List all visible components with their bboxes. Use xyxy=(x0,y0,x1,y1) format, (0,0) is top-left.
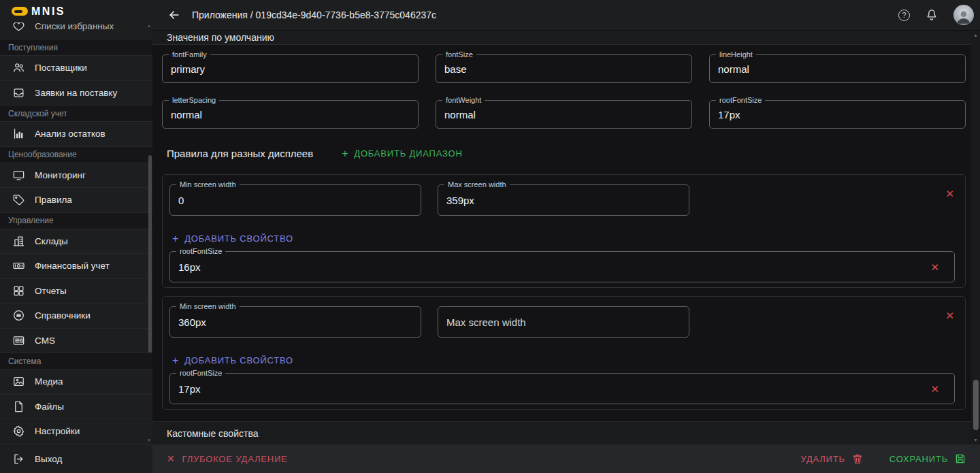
lineHeight-input[interactable] xyxy=(710,63,965,75)
sidebar-item-reports[interactable]: Отчеты xyxy=(0,278,152,304)
plus-icon: + xyxy=(172,234,179,244)
avatar[interactable] xyxy=(953,5,974,25)
sidebar-item-label: Выход xyxy=(35,454,62,464)
sidebar-item-label: Финансовый учет xyxy=(35,261,110,271)
sidebar-item-label: Настройки xyxy=(35,426,80,436)
back-button[interactable] xyxy=(167,7,182,22)
field-max-screen-width xyxy=(438,306,689,338)
sidebar-menu: Списки избранных Поступления Поставщики … xyxy=(0,22,152,444)
main-content: Значения по умолчанию fontFamily fontSiz… xyxy=(152,31,980,473)
remove-property-button[interactable]: ✕ xyxy=(930,384,939,394)
field-fontSize: fontSize xyxy=(436,54,692,83)
sidebar-item-label: Склады xyxy=(35,236,68,246)
heart-icon xyxy=(12,22,25,33)
sidebar-item-logout[interactable]: Выход xyxy=(0,444,152,473)
custom-properties-title: Кастомные свойства xyxy=(167,428,258,439)
sidebar-item-label: Заявки на поставку xyxy=(35,88,117,98)
sidebar-item-label: Анализ остатков xyxy=(35,129,105,139)
sidebar-item-stock-analysis[interactable]: Анализ остатков xyxy=(0,121,152,146)
custom-properties-section-header: Кастомные свойства xyxy=(152,421,980,444)
sidebar-item-label: Файлы xyxy=(35,402,64,412)
top-bar: Приложения / 019cd34e-9d40-7736-b5e8-377… xyxy=(152,0,980,31)
max-screen-width-input[interactable] xyxy=(438,195,689,206)
sidebar-item-label: Мониторинг xyxy=(35,170,86,180)
sidebar-item-files[interactable]: Файлы xyxy=(0,394,152,419)
sidebar-item-media[interactable]: Медиа xyxy=(0,369,152,394)
suppliers-icon xyxy=(12,61,25,75)
remove-property-button[interactable]: ✕ xyxy=(930,262,939,272)
field-rootFontSize: rootFontSize xyxy=(709,100,966,129)
fontFamily-input[interactable] xyxy=(163,63,418,75)
cms-icon xyxy=(12,333,25,347)
add-property-button[interactable]: + ДОБАВИТЬ СВОЙСТВО xyxy=(172,355,965,365)
field-min-screen-width: Min screen width xyxy=(169,306,421,338)
sidebar-item-label: Медиа xyxy=(35,376,63,387)
field-fontWeight: fontWeight xyxy=(436,100,692,129)
min-screen-width-input[interactable] xyxy=(170,316,421,328)
sidebar-item-financial-accounting[interactable]: Финансовый учет xyxy=(0,253,152,278)
sidebar-section-warehouse-accounting: Складской учет xyxy=(0,105,152,121)
save-button[interactable]: СОХРАНИТЬ xyxy=(889,453,966,465)
sidebar-section-receipts: Поступления xyxy=(0,39,152,55)
sidebar-item-cms[interactable]: CMS xyxy=(0,328,152,353)
card-rootFontSize-input[interactable] xyxy=(170,261,954,273)
sidebar-item-label: CMS xyxy=(35,336,55,346)
rootFontSize-input[interactable] xyxy=(710,109,965,120)
fontSize-input[interactable] xyxy=(436,63,691,75)
rules-section-header: Правила для разных дисплеев + ДОБАВИТЬ Д… xyxy=(167,148,980,159)
main-scrollbar-thumb[interactable] xyxy=(973,380,979,430)
sidebar-item-label: Отчеты xyxy=(35,286,67,296)
bell-icon[interactable] xyxy=(925,8,938,22)
sidebar-item-label: Правила xyxy=(35,195,72,205)
sidebar-section-management: Управление xyxy=(0,212,152,229)
sidebar-item-directories[interactable]: Справочники xyxy=(0,303,152,328)
files-icon xyxy=(12,399,25,413)
sidebar-item-suppliers[interactable]: Поставщики xyxy=(0,55,152,80)
remove-range-button[interactable]: ✕ xyxy=(945,189,954,199)
add-property-button[interactable]: + ДОБАВИТЬ СВОЙСТВО xyxy=(172,233,965,244)
gear-icon xyxy=(12,425,25,438)
logout-icon xyxy=(12,452,25,466)
min-screen-width-input[interactable] xyxy=(170,195,421,206)
directories-icon xyxy=(12,309,25,323)
sidebar-section-pricing: Ценообразование xyxy=(0,146,152,163)
card-rootFontSize-input[interactable] xyxy=(170,383,954,395)
trash-icon xyxy=(851,453,864,465)
sidebar-item-warehouses[interactable]: Склады xyxy=(0,229,152,254)
reports-icon xyxy=(12,284,25,297)
sidebar-item-rules[interactable]: Правила xyxy=(0,187,152,212)
fontWeight-input[interactable] xyxy=(436,109,691,120)
field-card-rootFontSize: rootFontSize ✕ xyxy=(169,251,955,282)
letterSpacing-input[interactable] xyxy=(163,109,418,120)
sidebar-scroll-up-icon[interactable]: ▲ xyxy=(147,24,151,28)
sidebar-item-label: Поставщики xyxy=(35,63,87,73)
sidebar-item-supply-requests[interactable]: Заявки на поставку xyxy=(0,80,152,105)
field-fontFamily: fontFamily xyxy=(162,54,419,83)
sidebar-item-favorites-clipped[interactable]: Списки избранных xyxy=(0,22,152,39)
main-scrollbar[interactable]: ▲ ▼ xyxy=(971,31,980,444)
monitor-icon xyxy=(12,168,25,182)
remove-range-button[interactable]: ✕ xyxy=(945,310,954,321)
logo-o-icon xyxy=(12,7,28,16)
logo[interactable]: MNIS xyxy=(0,0,152,22)
scroll-up-icon[interactable]: ▲ xyxy=(971,33,980,37)
field-min-screen-width: Min screen width xyxy=(169,184,421,216)
sidebar-scrollbar-thumb[interactable] xyxy=(148,155,152,353)
sidebar-item-label: Списки избранных xyxy=(35,22,114,31)
sidebar-item-monitoring[interactable]: Мониторинг xyxy=(0,163,152,188)
max-screen-width-input[interactable] xyxy=(438,316,689,328)
defaults-title: Значения по умолчанию xyxy=(167,32,274,43)
sidebar-scroll-down-icon[interactable]: ▼ xyxy=(147,438,151,442)
stock-analysis-icon xyxy=(12,127,25,141)
help-icon[interactable]: ? xyxy=(898,10,910,21)
breadcrumb: Приложения / 019cd34e-9d40-7736-b5e8-377… xyxy=(192,10,436,20)
sidebar-item-settings[interactable]: Настройки xyxy=(0,419,152,444)
save-icon xyxy=(954,453,966,465)
delete-button[interactable]: УДАЛИТЬ xyxy=(800,453,863,465)
plus-icon: + xyxy=(172,356,179,365)
deep-delete-button[interactable]: ✕ ГЛУБОКОЕ УДАЛЕНИЕ xyxy=(167,453,288,464)
sidebar-section-system: Система xyxy=(0,353,152,369)
scroll-down-icon[interactable]: ▼ xyxy=(971,438,980,442)
add-range-button[interactable]: + ДОБАВИТЬ ДИАПАЗОН xyxy=(342,148,462,159)
field-lineHeight: lineHeight xyxy=(709,54,966,83)
